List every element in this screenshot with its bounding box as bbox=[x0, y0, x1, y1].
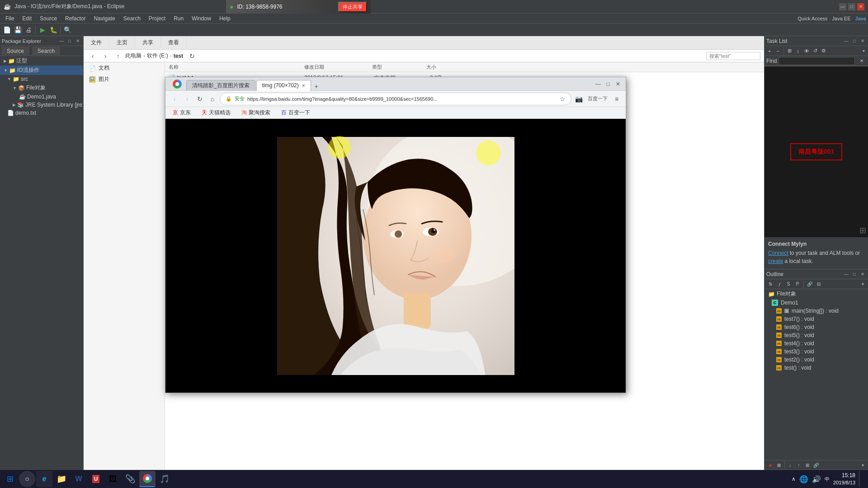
menu-search[interactable]: Search bbox=[120, 14, 144, 23]
taskbar-explorer-button[interactable]: 📁 bbox=[53, 471, 70, 487]
find-clear-btn[interactable]: ✕ bbox=[857, 56, 866, 66]
outline-item-test4[interactable]: m test4() : void bbox=[764, 339, 868, 347]
taskbar-search-button[interactable]: ○ bbox=[19, 471, 35, 487]
search-toolbar-button[interactable]: 🔍 bbox=[62, 25, 72, 35]
menu-project[interactable]: Project bbox=[145, 14, 169, 23]
taskbar-chrome-button[interactable] bbox=[139, 471, 156, 487]
fm-back-btn[interactable]: ‹ bbox=[87, 51, 98, 61]
console-btn5[interactable]: ⊞ bbox=[803, 461, 811, 469]
taskbar-app9-button[interactable]: 🎵 bbox=[156, 471, 173, 487]
create-link[interactable]: create bbox=[768, 258, 783, 264]
outline-hide-fields-btn[interactable]: 𝑓 bbox=[775, 280, 783, 288]
bookmark-jd[interactable]: 京 京东 bbox=[169, 108, 194, 117]
browser-capture-btn[interactable]: 📷 bbox=[573, 94, 584, 104]
browser-new-tab-btn[interactable]: + bbox=[312, 82, 321, 91]
outline-item-test5[interactable]: m test5() : void bbox=[764, 331, 868, 339]
outline-close-btn[interactable]: ✕ bbox=[859, 271, 866, 278]
fm-tab-share[interactable]: 共享 bbox=[135, 37, 161, 48]
panel-minimize-btn[interactable]: — bbox=[58, 38, 65, 45]
browser-reload-btn[interactable]: ↻ bbox=[194, 94, 205, 104]
task-remove-btn[interactable]: − bbox=[774, 47, 782, 55]
task-list-expand-btn[interactable]: □ bbox=[851, 38, 858, 45]
fm-nav-images[interactable]: 🖼️ 图片 bbox=[84, 74, 165, 85]
browser-min-btn[interactable]: — bbox=[594, 80, 602, 88]
fm-nav-docs[interactable]: 📄 文档 bbox=[84, 62, 165, 74]
fm-up-btn[interactable]: ↑ bbox=[113, 51, 123, 61]
browser-forward-btn[interactable]: › bbox=[182, 94, 193, 104]
taskbar-ie-button[interactable]: e bbox=[36, 471, 52, 487]
fm-tab-view[interactable]: 查看 bbox=[161, 37, 187, 48]
bookmark-baidu[interactable]: 百 百变一下 bbox=[278, 108, 314, 117]
outline-hide-non-public-btn[interactable]: P bbox=[793, 280, 802, 288]
task-add-btn[interactable]: + bbox=[765, 47, 774, 55]
browser-home-btn[interactable]: ⌂ bbox=[207, 94, 218, 104]
task-sync-btn[interactable]: ↺ bbox=[811, 47, 819, 55]
browser-max-btn[interactable]: □ bbox=[604, 80, 612, 88]
console-menu-btn[interactable]: ▾ bbox=[859, 461, 866, 469]
new-button[interactable]: 📄 bbox=[2, 25, 12, 35]
panel-close-btn[interactable]: ✕ bbox=[74, 38, 81, 45]
outline-menu-btn[interactable]: ▾ bbox=[859, 281, 866, 288]
fm-breadcrumb-folder[interactable]: test bbox=[174, 53, 183, 59]
task-chevron-btn[interactable]: ▾ bbox=[860, 47, 867, 55]
browser-menu-btn[interactable]: ≡ bbox=[611, 94, 622, 104]
tree-item-io[interactable]: ▼ 📁 IO流操作 bbox=[0, 66, 83, 75]
outline-item-test[interactable]: m test() : void bbox=[764, 364, 868, 372]
tree-item-src[interactable]: ▼ 📁 src bbox=[0, 75, 83, 83]
outline-minimize-btn[interactable]: — bbox=[843, 271, 850, 278]
menu-file[interactable]: File bbox=[2, 14, 18, 23]
outline-link-btn[interactable]: 🔗 bbox=[806, 280, 814, 288]
outline-item-demo1-class[interactable]: C Demo1 bbox=[764, 299, 868, 307]
find-input[interactable] bbox=[778, 57, 855, 65]
bookmark-tmall[interactable]: 天 天猫精选 bbox=[198, 108, 234, 117]
browser-tab-2[interactable]: timg (700×702) ✕ bbox=[256, 80, 311, 91]
tab-search[interactable]: Search bbox=[33, 47, 60, 55]
browser-address-bar[interactable]: 🔒 安全 https://timgsa.baidu.com/timg?image… bbox=[220, 93, 571, 105]
outline-expand-btn[interactable]: □ bbox=[851, 271, 858, 278]
run-button[interactable]: ▶ bbox=[38, 25, 47, 35]
outline-hide-static-btn[interactable]: S bbox=[784, 280, 793, 288]
taskbar-app7-button[interactable]: 📎 bbox=[122, 471, 138, 487]
outline-item-fileobj[interactable]: 📁 File对象 bbox=[764, 289, 868, 299]
tree-item-fileobj[interactable]: ▼ 📦 File对象 bbox=[0, 83, 83, 93]
stop-share-button[interactable]: 停止共享 bbox=[338, 2, 367, 12]
menu-navigate[interactable]: Navigate bbox=[90, 14, 118, 23]
outline-sort-btn[interactable]: ⇅ bbox=[766, 280, 774, 288]
menu-window[interactable]: Window bbox=[188, 14, 215, 23]
task-list-close-btn[interactable]: ✕ bbox=[859, 38, 866, 45]
close-button[interactable]: ✕ bbox=[857, 3, 864, 10]
outline-item-test2[interactable]: m test2() : void bbox=[764, 356, 868, 364]
fm-breadcrumb-pc[interactable]: 此电脑 bbox=[125, 52, 142, 60]
tree-item-demo-txt[interactable]: 📄 demo.txt bbox=[0, 109, 83, 117]
menu-refactor[interactable]: Refactor bbox=[61, 14, 89, 23]
console-btn6[interactable]: 🔗 bbox=[812, 461, 820, 469]
console-clear-btn[interactable]: ⊠ bbox=[775, 461, 783, 469]
task-filter-btn[interactable]: ⊞ bbox=[785, 47, 793, 55]
fm-forward-btn[interactable]: › bbox=[100, 51, 111, 61]
console-stop-btn[interactable]: ■ bbox=[766, 461, 774, 469]
outline-item-main[interactable]: m S main(String[]) : void bbox=[764, 307, 868, 315]
browser-close-btn[interactable]: ✕ bbox=[614, 80, 622, 88]
tree-item-demo1[interactable]: ☕ Demo1.java bbox=[0, 93, 83, 101]
browser-back-btn[interactable]: ‹ bbox=[169, 94, 180, 104]
fm-search-input[interactable] bbox=[706, 52, 760, 60]
minimize-button[interactable]: — bbox=[839, 3, 846, 10]
console-btn4[interactable]: ↑ bbox=[795, 461, 803, 469]
menu-source[interactable]: Source bbox=[36, 14, 61, 23]
task-settings-btn[interactable]: ⚙ bbox=[820, 47, 828, 55]
task-list-minimize-btn[interactable]: — bbox=[843, 38, 850, 45]
task-sort-btn[interactable]: ↕ bbox=[794, 47, 802, 55]
outline-item-test7[interactable]: m test7() : void bbox=[764, 315, 868, 323]
menu-run[interactable]: Run bbox=[170, 14, 187, 23]
outline-item-test6[interactable]: m test6() : void bbox=[764, 323, 868, 331]
maximize-button[interactable]: □ bbox=[848, 3, 855, 10]
show-desktop-button[interactable] bbox=[859, 471, 863, 487]
bookmark-taosou[interactable]: 淘 聚淘搜索 bbox=[238, 108, 274, 117]
debug-button[interactable]: 🐛 bbox=[48, 25, 58, 35]
print-button[interactable]: 🖨 bbox=[24, 25, 33, 35]
taskbar-photos-button[interactable]: 🖼 bbox=[105, 471, 121, 487]
task-view-btn[interactable]: 👁 bbox=[802, 47, 811, 55]
outline-item-test3[interactable]: m test3() : void bbox=[764, 347, 868, 356]
fm-refresh-btn[interactable]: ↻ bbox=[187, 51, 198, 61]
tab-source[interactable]: Source bbox=[2, 47, 29, 55]
